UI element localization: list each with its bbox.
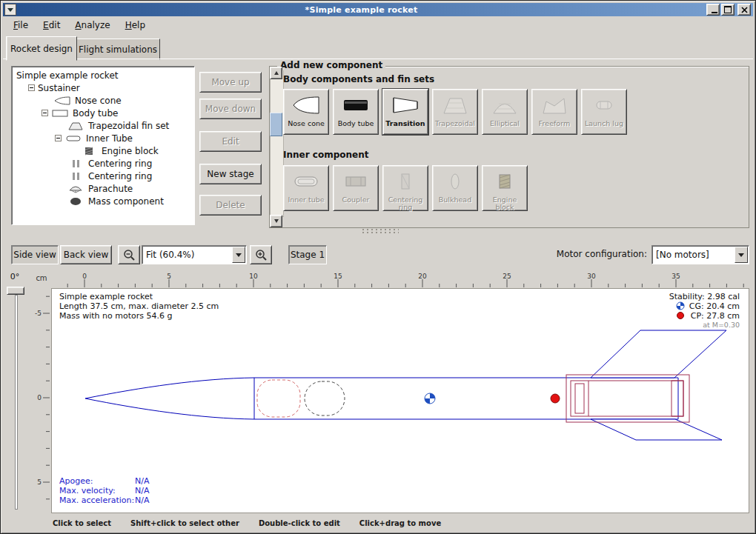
tree-item-sustainer[interactable]: Sustainer bbox=[12, 81, 194, 94]
zoom-out-icon bbox=[122, 248, 136, 261]
apogee-value: N/A bbox=[135, 476, 150, 486]
transition-icon bbox=[391, 95, 420, 118]
add-engine-block-button[interactable]: Engine block bbox=[482, 165, 528, 211]
tree-item-engine-block[interactable]: Engine block bbox=[12, 144, 194, 157]
add-elliptical-fin-button[interactable]: Elliptical bbox=[482, 89, 528, 135]
collapse-icon[interactable] bbox=[42, 110, 48, 116]
rotation-slider-track[interactable] bbox=[15, 295, 18, 510]
cp-legend-icon bbox=[677, 313, 684, 319]
maximize-button[interactable] bbox=[721, 4, 735, 16]
cg-value: CG: 20.4 cm bbox=[689, 301, 740, 311]
collapse-icon[interactable] bbox=[28, 84, 35, 91]
scrollbar-thumb[interactable] bbox=[270, 113, 282, 136]
zoom-select[interactable]: Fit (60.4%) bbox=[142, 245, 247, 264]
menu-file[interactable]: File bbox=[7, 19, 35, 32]
add-transition-button[interactable]: Transition bbox=[382, 89, 428, 135]
move-up-button[interactable]: Move up bbox=[199, 72, 262, 93]
zoom-out-button[interactable] bbox=[118, 245, 140, 264]
menu-help[interactable]: Help bbox=[119, 19, 152, 32]
parachute-icon bbox=[67, 184, 84, 193]
add-launch-lug-button[interactable]: Launch lug bbox=[581, 89, 627, 135]
button-label: Move down bbox=[205, 104, 256, 114]
vertical-ruler: -505 bbox=[33, 288, 50, 512]
engine-block-icon bbox=[490, 171, 520, 194]
tree-item-nose-cone[interactable]: Nose cone bbox=[12, 94, 194, 107]
add-coupler-button[interactable]: Coupler bbox=[333, 165, 379, 211]
tree-item-centering-ring-1[interactable]: Centering ring bbox=[12, 157, 194, 170]
add-nose-cone-button[interactable]: Nose cone bbox=[283, 89, 329, 135]
tree-item-label: Simple example rocket bbox=[16, 70, 118, 81]
tree-item-body-tube[interactable]: Body tube bbox=[12, 107, 194, 119]
window-menu-icon[interactable] bbox=[4, 4, 16, 16]
menu-analyze[interactable]: Analyze bbox=[68, 19, 116, 32]
mass-component-icon bbox=[67, 197, 84, 206]
dropdown-arrow-icon[interactable] bbox=[735, 247, 748, 263]
button-label: Back view bbox=[64, 250, 109, 260]
dropdown-arrow-icon[interactable] bbox=[232, 247, 245, 263]
centering-ring-icon bbox=[67, 172, 84, 181]
window-title: *Simple example rocket bbox=[16, 5, 706, 15]
rocket-dimensions: Length 37.5 cm, max. diameter 2.5 cm bbox=[59, 301, 219, 311]
tree-item-label: Centering ring bbox=[88, 158, 152, 169]
splitter-grip[interactable] bbox=[362, 228, 399, 234]
status-bar: Click to select Shift+click to select ot… bbox=[53, 516, 748, 530]
delete-button[interactable]: Delete bbox=[199, 195, 262, 216]
move-down-button[interactable]: Move down bbox=[199, 99, 262, 119]
arrow-down-icon bbox=[274, 219, 279, 223]
triangle-icon bbox=[236, 253, 242, 257]
add-centering-ring-button[interactable]: Centering ring bbox=[382, 165, 428, 211]
trapezoidal-fin-icon bbox=[440, 95, 470, 118]
component-panel-scrollbar[interactable] bbox=[270, 67, 284, 217]
tree-item-mass-component[interactable]: Mass component bbox=[12, 195, 194, 207]
tree-item-parachute[interactable]: Parachute bbox=[12, 182, 194, 195]
zoom-value: Fit (60.4%) bbox=[142, 250, 231, 260]
add-bulkhead-button[interactable]: Bulkhead bbox=[432, 165, 478, 211]
tree-item-centering-ring-2[interactable]: Centering ring bbox=[12, 170, 194, 182]
rocket-body-outline bbox=[85, 378, 678, 419]
add-trapezoidal-fin-button[interactable]: Trapezoidal bbox=[432, 89, 478, 135]
coupler-icon bbox=[341, 171, 371, 194]
stability-value: Stability: 2.98 cal bbox=[669, 292, 740, 301]
edit-button[interactable]: Edit bbox=[199, 131, 262, 152]
tab-label: Rocket design bbox=[10, 44, 73, 54]
add-body-tube-button[interactable]: Body tube bbox=[333, 89, 379, 135]
new-stage-button[interactable]: New stage bbox=[199, 164, 262, 184]
apogee-label: Apogee: bbox=[59, 476, 93, 486]
menu-edit[interactable]: Edit bbox=[36, 19, 67, 32]
nose-cone-icon bbox=[291, 95, 321, 118]
add-inner-tube-button[interactable]: Inner tube bbox=[283, 165, 329, 211]
tree-item-fin-set[interactable]: Trapezoidal fin set bbox=[12, 119, 194, 132]
stage-1-toggle[interactable]: Stage 1 bbox=[288, 245, 327, 264]
tree-item-inner-tube[interactable]: Inner Tube bbox=[12, 132, 194, 144]
minimize-button[interactable] bbox=[706, 4, 720, 16]
title-bar: *Simple example rocket bbox=[3, 3, 753, 16]
side-view-button[interactable]: Side view bbox=[11, 245, 59, 264]
back-view-button[interactable]: Back view bbox=[60, 245, 112, 264]
tab-flight-simulations[interactable]: Flight simulations bbox=[76, 39, 160, 60]
cp-value: CP: 27.8 cm bbox=[691, 311, 740, 321]
cp-marker bbox=[551, 394, 560, 403]
close-button[interactable] bbox=[737, 4, 751, 16]
tree-item-rocket[interactable]: Simple example rocket bbox=[12, 69, 194, 81]
zoom-in-button[interactable] bbox=[250, 245, 272, 264]
menu-bar: File Edit Analyze Help bbox=[2, 17, 754, 33]
scroll-down-button[interactable] bbox=[270, 215, 282, 227]
tree-item-label: Parachute bbox=[88, 184, 133, 194]
motor-configuration-select[interactable]: [No motors] bbox=[651, 245, 749, 264]
button-label: Move up bbox=[211, 77, 249, 87]
button-label: Centering ring bbox=[384, 196, 427, 211]
rotation-label: 0° bbox=[2, 272, 27, 281]
rotation-slider-thumb[interactable] bbox=[7, 287, 24, 295]
max-velocity-value: N/A bbox=[135, 486, 150, 495]
launch-lug-icon bbox=[589, 95, 619, 118]
button-label: Transition bbox=[384, 120, 427, 127]
minimize-icon bbox=[712, 12, 717, 13]
add-freeform-fin-button[interactable]: Freeform bbox=[531, 89, 577, 135]
tree-item-label: Nose cone bbox=[75, 96, 122, 106]
tab-rocket-design[interactable]: Rocket design bbox=[6, 36, 77, 61]
collapse-icon[interactable] bbox=[55, 135, 62, 141]
rocket-view-canvas[interactable]: Simple example rocket Length 37.5 cm, ma… bbox=[51, 288, 749, 513]
button-label: Body tube bbox=[334, 120, 377, 127]
scroll-up-button[interactable] bbox=[270, 67, 282, 79]
mach-note: at M=0.30 bbox=[703, 321, 740, 329]
